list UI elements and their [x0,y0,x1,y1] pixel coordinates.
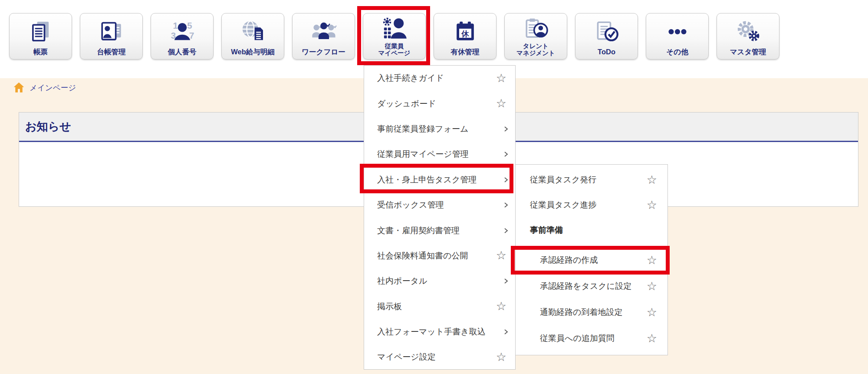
employee-mypage-icon [382,13,407,43]
menu-item-label: ダッシュボード [377,98,436,109]
toolbar-button-label: 個人番号 [168,48,197,59]
toolbar-button-talent-management[interactable]: タレント マネジメント [504,13,567,60]
web-payslip-icon [240,13,266,48]
submenu-item-label: 従業員タスク発行 [530,174,596,185]
task-management-submenu: 従業員タスク発行☆従業員タスク進捗☆事前準備承認経路の作成☆承認経路をタスクに設… [515,164,668,355]
home-icon [13,82,25,93]
star-icon[interactable]: ☆ [496,351,506,363]
submenu-item-4[interactable]: 承認経路の作成☆ [516,247,667,273]
submenu-group-header-label: 事前準備 [530,225,563,236]
chevron-right-icon [503,202,510,209]
toolbar-button-master-management[interactable]: マスタ管理 [717,13,779,60]
menu-item-1[interactable]: 入社手続きガイド☆ [364,66,515,91]
breadcrumb[interactable]: メインページ [13,82,76,93]
star-icon[interactable]: ☆ [647,199,657,211]
submenu-item-6[interactable]: 通勤経路の到着地設定☆ [516,299,667,325]
star-icon[interactable]: ☆ [647,281,657,292]
toolbar: 帳票 台帳管理 1 5 3 7 個人番号 Web給与明細 [9,13,779,60]
menu-item-label: 文書・雇用契約書管理 [377,225,460,236]
toolbar-button-label: 有休管理 [451,48,480,59]
menu-item-label: 社内ポータル [377,275,427,287]
toolbar-button-employee-mypage[interactable]: 従業員 マイページ [363,13,426,60]
submenu-item-label: 承認経路の作成 [540,255,598,266]
menu-item-9[interactable]: 社内ポータル [364,268,515,294]
toolbar-button-web-payslip[interactable]: Web給与明細 [221,13,284,60]
toolbar-button-paid-leave-management[interactable]: 休有休管理 [434,13,496,60]
svg-text:休: 休 [461,29,469,38]
submenu-item-label: 従業員タスク進捗 [530,199,596,211]
star-icon[interactable]: ☆ [647,333,657,344]
chevron-right-icon [503,151,510,158]
submenu-item-3: 事前準備 [516,218,667,243]
toolbar-button-others[interactable]: その他 [646,13,709,60]
star-icon[interactable]: ☆ [647,174,657,186]
toolbar-button-label: Web給与明細 [231,48,275,59]
toolbar-button-todo[interactable]: ToDo [575,13,638,60]
menu-item-4[interactable]: 従業員用マイページ管理 [364,142,515,167]
submenu-item-2[interactable]: 従業員タスク進捗☆ [516,192,667,218]
menu-item-label: 入社・身上申告タスク管理 [377,174,477,185]
chevron-right-icon [503,176,510,183]
toolbar-button-label: その他 [666,48,688,59]
ledger-icon [99,13,124,48]
submenu-item-label: 通勤経路の到着地設定 [540,307,622,318]
workflow-icon [310,13,337,48]
menu-item-label: 入社手続きガイド [377,73,444,84]
menu-item-10[interactable]: 掲示板☆ [364,294,515,319]
toolbar-button-label: ToDo [598,48,615,59]
talent-icon [523,13,549,43]
toolbar-button-forms[interactable]: 帳票 [9,13,72,60]
todo-icon [594,13,619,48]
toolbar-button-label: 台帳管理 [97,48,126,59]
svg-text:5: 5 [187,20,192,30]
submenu-item-5[interactable]: 承認経路をタスクに設定☆ [516,273,667,299]
menu-item-label: マイページ設定 [377,351,436,363]
toolbar-button-workflow[interactable]: ワークフロー [292,13,355,60]
chevron-right-icon [503,126,510,132]
toolbar-button-label: 従業員 マイページ [378,43,411,59]
menu-item-label: 事前従業員登録フォーム [377,123,468,135]
menu-item-3[interactable]: 事前従業員登録フォーム [364,116,515,142]
menu-item-2[interactable]: ダッシュボード☆ [364,91,515,116]
star-icon[interactable]: ☆ [647,307,657,318]
svg-text:1: 1 [173,20,178,30]
submenu-item-label: 承認経路をタスクに設定 [540,281,631,292]
chevron-right-icon [503,278,510,285]
submenu-item-label: 従業員への追加質問 [540,333,615,344]
toolbar-button-ledger-management[interactable]: 台帳管理 [80,13,143,60]
menu-item-12[interactable]: マイページ設定☆ [364,344,515,370]
toolbar-button-label: タレント マネジメント [516,43,555,59]
menu-item-label: 社会保険料通知書の公開 [377,250,468,261]
paid-leave-icon: 休 [453,13,477,48]
star-icon[interactable]: ☆ [647,255,657,266]
toolbar-button-label: ワークフロー [302,48,345,59]
star-icon[interactable]: ☆ [496,98,506,109]
menu-item-11[interactable]: 入社フォーマット手書き取込 [364,319,515,344]
submenu-item-7[interactable]: 従業員への追加質問☆ [516,325,667,351]
menu-item-5[interactable]: 入社・身上申告タスク管理 [364,167,515,192]
toolbar-button-label: マスタ管理 [730,48,766,59]
menu-item-label: 入社フォーマット手書き取込 [377,326,486,338]
star-icon[interactable]: ☆ [496,73,506,84]
menu-item-label: 受信ボックス管理 [377,199,444,211]
svg-text:7: 7 [189,30,194,40]
toolbar-button-personal-number[interactable]: 1 5 3 7 個人番号 [151,13,214,60]
breadcrumb-label[interactable]: メインページ [30,83,76,93]
menu-item-6[interactable]: 受信ボックス管理 [364,192,515,218]
master-icon [736,13,761,48]
others-icon [665,13,690,48]
menu-item-7[interactable]: 文書・雇用契約書管理 [364,218,515,243]
menu-item-label: 掲示板 [377,301,402,312]
chevron-right-icon [503,227,510,234]
submenu-item-1[interactable]: 従業員タスク発行☆ [516,167,667,192]
announcements-title: お知らせ [25,119,71,134]
menu-item-8[interactable]: 社会保険料通知書の公開☆ [364,243,515,268]
menu-item-label: 従業員用マイページ管理 [377,149,469,160]
employee-mypage-menu: 入社手続きガイド☆ダッシュボード☆事前従業員登録フォーム従業員用マイページ管理入… [364,65,516,370]
forms-icon [28,13,53,48]
star-icon[interactable]: ☆ [496,250,506,261]
star-icon[interactable]: ☆ [496,301,506,312]
personal-number-icon: 1 5 3 7 [170,13,195,48]
chevron-right-icon [503,328,510,335]
toolbar-button-label: 帳票 [33,48,48,59]
